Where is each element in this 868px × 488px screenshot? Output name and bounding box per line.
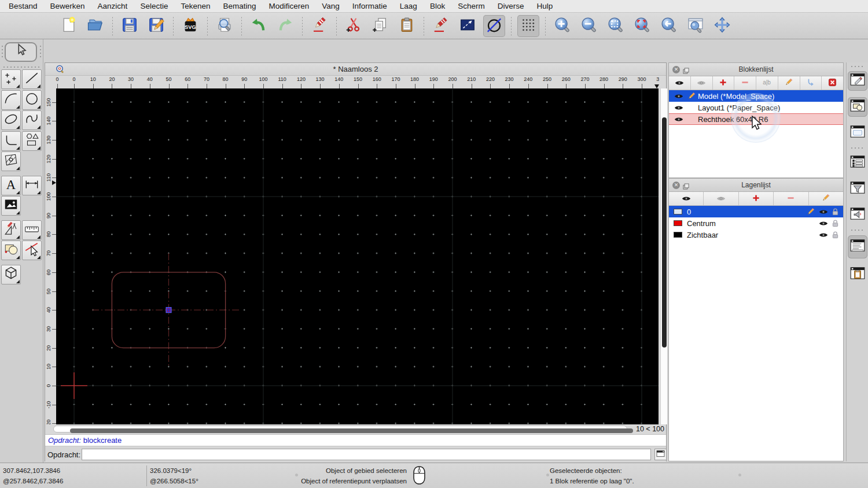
image-tool-button[interactable] <box>1 196 21 216</box>
pencil-icon[interactable] <box>807 208 815 216</box>
layer-color-swatch[interactable] <box>674 220 682 226</box>
block-list-item[interactable]: Layout1 (*Paper_Space) <box>669 102 843 113</box>
zoom-in-button[interactable] <box>551 15 573 37</box>
eye-button[interactable] <box>669 192 704 205</box>
pencil-icon[interactable] <box>687 92 696 100</box>
block-reference-point[interactable] <box>166 308 171 313</box>
menu-selectie[interactable]: Selectie <box>134 0 174 13</box>
command-window-button[interactable] <box>654 449 667 460</box>
menu-laag[interactable]: Laag <box>393 0 424 13</box>
grid-toggle-button[interactable] <box>517 15 539 37</box>
zoom-window-button[interactable] <box>685 15 707 37</box>
plus-button[interactable] <box>739 192 774 205</box>
property-editor-toggle[interactable] <box>848 71 867 91</box>
copy-button[interactable] <box>369 15 391 37</box>
modify-tool-button[interactable] <box>1 220 21 240</box>
palette-drag-handle[interactable] <box>39 45 42 60</box>
object-filter-toggle[interactable] <box>848 179 867 199</box>
menu-bewerken[interactable]: Bewerken <box>44 0 91 13</box>
vertical-scrollbar-thumb[interactable] <box>662 117 667 347</box>
command-input[interactable] <box>82 449 651 460</box>
eye-icon[interactable] <box>674 93 683 99</box>
horizontal-scrollbar-groove[interactable] <box>53 426 627 432</box>
lock-icon[interactable] <box>832 220 838 227</box>
hatch-tool-button[interactable] <box>1 151 21 171</box>
block-list-item[interactable]: Rechthoek 60x40 R6 <box>669 113 843 125</box>
selection-tools-tool-button[interactable] <box>22 241 42 260</box>
command-trigger-toggle[interactable] <box>848 205 867 225</box>
menu-vang[interactable]: Vang <box>315 0 346 13</box>
block-tools-tool-button[interactable] <box>1 241 21 260</box>
zoom-out-button[interactable] <box>578 15 600 37</box>
eye-icon[interactable] <box>674 105 683 111</box>
eye-off-button[interactable] <box>704 192 738 205</box>
ellipse-tool-button[interactable] <box>1 110 21 130</box>
block-list-item[interactable]: Model (*Model_Space) <box>669 90 843 102</box>
drawing-canvas[interactable] <box>56 88 659 424</box>
minus-button[interactable] <box>734 76 756 90</box>
layer-color-swatch[interactable] <box>674 209 682 215</box>
circle-tool-button[interactable] <box>22 90 42 110</box>
shapes-tool-button[interactable] <box>22 131 42 151</box>
save-as-button[interactable] <box>145 15 167 37</box>
text-tool-button[interactable]: A <box>1 176 21 195</box>
arc-tool-button[interactable] <box>1 90 21 110</box>
selection-filter-toggle[interactable] <box>848 123 867 143</box>
undo-button[interactable] <box>248 15 270 37</box>
library-browser-toggle[interactable] <box>848 153 867 173</box>
lock-icon[interactable] <box>832 231 838 239</box>
save-button[interactable] <box>119 15 141 37</box>
solid-tool-button[interactable] <box>1 265 21 284</box>
menu-informatie[interactable]: Informatie <box>346 0 393 13</box>
layer-list-item[interactable]: 0 <box>669 206 843 217</box>
dimension-tool-button[interactable] <box>22 176 42 195</box>
cut-button[interactable] <box>343 15 365 37</box>
svg-export-button[interactable]: SVG <box>179 15 201 37</box>
pan-button[interactable] <box>711 15 733 37</box>
menu-tekenen[interactable]: Tekenen <box>174 0 216 13</box>
command-line-panel-toggle[interactable] <box>848 235 867 258</box>
insert-block-button[interactable] <box>800 76 822 90</box>
block-list-panel-toggle[interactable] <box>848 97 867 117</box>
paste-button[interactable] <box>396 15 418 37</box>
eye-icon[interactable] <box>819 232 828 238</box>
layer-list-item[interactable]: Zichtbaar <box>669 229 843 241</box>
menu-modificeren[interactable]: Modificeren <box>263 0 316 13</box>
measure-tool-button[interactable] <box>22 220 42 240</box>
pencil-button[interactable] <box>809 192 843 205</box>
lock-icon[interactable] <box>832 208 838 216</box>
rename-button[interactable]: a|b <box>756 76 778 90</box>
vertical-scrollbar[interactable] <box>660 88 667 424</box>
strip-drag-handle[interactable] <box>850 65 865 68</box>
eye-icon[interactable] <box>674 116 683 123</box>
draft-mode-button[interactable] <box>483 15 505 37</box>
palette-drag-handle[interactable] <box>1 45 3 60</box>
menu-blok[interactable]: Blok <box>424 0 451 13</box>
previous-view-button[interactable] <box>658 15 680 37</box>
eye-icon[interactable] <box>819 209 828 215</box>
zoom-selection-button[interactable] <box>631 15 653 37</box>
delete-block-button[interactable] <box>822 76 843 90</box>
delete-erase-button[interactable] <box>308 15 330 37</box>
polyline-tool-button[interactable] <box>1 131 21 151</box>
layer-color-swatch[interactable] <box>674 232 682 238</box>
line-tool-button[interactable] <box>22 69 42 89</box>
menu-bestand[interactable]: Bestand <box>2 0 44 13</box>
eye-button[interactable] <box>669 76 691 90</box>
spline-tool-button[interactable] <box>22 110 42 130</box>
points-tool-button[interactable] <box>1 69 21 89</box>
redo-button[interactable] <box>274 15 296 37</box>
drawing-preferences-button[interactable] <box>430 15 452 37</box>
horizontal-scrollbar-thumb[interactable] <box>70 428 633 433</box>
menu-hulp[interactable]: Hulp <box>530 0 559 13</box>
plus-button[interactable] <box>713 76 735 90</box>
clipboard-panel-toggle[interactable] <box>848 265 867 284</box>
print-preview-button[interactable] <box>214 15 236 37</box>
minus-button[interactable] <box>774 192 808 205</box>
eye-off-button[interactable] <box>691 76 713 90</box>
layer-list-item[interactable]: Centrum <box>669 217 843 229</box>
menu-bemating[interactable]: Bemating <box>216 0 262 13</box>
horizontal-scrollbar[interactable]: 10 < 100 <box>45 424 666 434</box>
auto-zoom-button[interactable] <box>605 15 627 37</box>
menu-aanzicht[interactable]: Aanzicht <box>91 0 134 13</box>
